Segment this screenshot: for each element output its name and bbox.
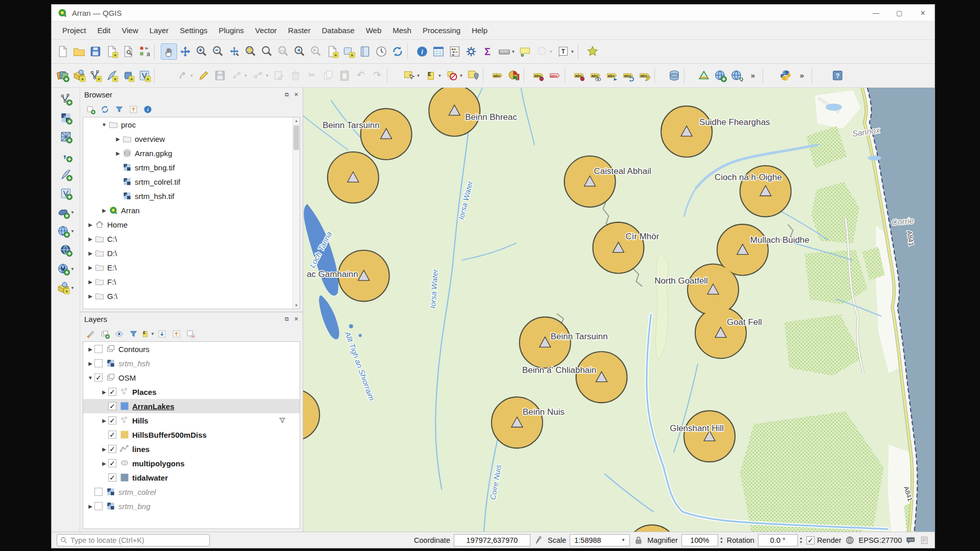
- layer-item-places[interactable]: ▶✓Places: [83, 385, 300, 399]
- zoom-in-button[interactable]: [193, 43, 210, 60]
- new-print-layout-button[interactable]: [104, 43, 120, 60]
- layer-checkbox[interactable]: ✓: [108, 388, 116, 396]
- add-vector-tile-layer-button[interactable]: ▼: [55, 261, 77, 277]
- browser-item-e-[interactable]: ▶E:\: [83, 260, 300, 274]
- open-attribute-table-button[interactable]: [430, 43, 447, 60]
- collapse-all-browser-button[interactable]: [127, 103, 139, 115]
- refresh-map-button[interactable]: [389, 43, 406, 60]
- zoom-native-button[interactable]: 1:1: [275, 43, 291, 60]
- browser-item-srtm-colrel-tif[interactable]: srtm_colrel.tif: [83, 174, 300, 189]
- expand-arrow-icon[interactable]: ▶: [100, 208, 108, 213]
- copy-features-button[interactable]: [320, 67, 336, 84]
- db-manager-button[interactable]: [666, 67, 682, 84]
- layer-item-srtm-hsh[interactable]: ▶srtm_hsh: [83, 356, 300, 370]
- browser-item-c-[interactable]: ▶C:\: [83, 232, 300, 246]
- coordinate-input[interactable]: 197972,637970: [454, 534, 530, 546]
- move-label-button[interactable]: abc: [604, 67, 620, 84]
- layer-diagram-options-button[interactable]: [506, 67, 522, 84]
- new-map-view-button[interactable]: [324, 43, 340, 60]
- layer-checkbox[interactable]: [94, 345, 103, 353]
- expand-arrow-icon[interactable]: ▶: [86, 504, 94, 509]
- close-button[interactable]: ✕: [911, 5, 935, 21]
- scale-combobox[interactable]: 1:58988 ▼: [570, 534, 630, 546]
- current-edits-button[interactable]: ▼: [174, 67, 195, 84]
- pin-unpin-labels-button[interactable]: abc: [571, 67, 587, 84]
- collapse-all-layers-button[interactable]: [170, 328, 182, 340]
- open-layer-styling-button[interactable]: [84, 328, 96, 340]
- cut-features-button[interactable]: ✂: [304, 67, 320, 84]
- menu-help[interactable]: Help: [466, 23, 493, 38]
- layer-item-srtm-bng[interactable]: ▶srtm_bng: [83, 499, 300, 513]
- metasearch-button[interactable]: [696, 67, 712, 84]
- statistical-summary-button[interactable]: Σ: [479, 43, 496, 60]
- add-raster-layer-button[interactable]: [58, 110, 74, 126]
- layer-labeling-options-button[interactable]: abc: [489, 67, 506, 84]
- plugin-favorites-button[interactable]: [584, 43, 601, 60]
- layer-item-arranlakes[interactable]: ✓ArranLakes: [83, 399, 300, 413]
- log-messages-icon[interactable]: [919, 535, 929, 545]
- browser-item-home[interactable]: ▶Home: [83, 217, 300, 232]
- render-checkbox[interactable]: ✓ Render: [806, 536, 842, 544]
- new-mesh-layer-button[interactable]: [120, 67, 136, 84]
- maximize-button[interactable]: ▢: [888, 5, 911, 21]
- add-selected-layers-button[interactable]: [84, 103, 96, 115]
- new-3d-map-view-button[interactable]: [340, 43, 357, 60]
- layer-checkbox[interactable]: ✓: [108, 402, 116, 410]
- open-project-button[interactable]: [71, 43, 87, 60]
- layer-checkbox[interactable]: [94, 488, 103, 496]
- toolbar-overflow-2-button[interactable]: »: [794, 67, 810, 84]
- layer-item-contours[interactable]: ▶Contours: [83, 342, 300, 356]
- filter-legend-button[interactable]: [127, 328, 139, 340]
- text-annotation-button[interactable]: T▼: [555, 43, 576, 60]
- menu-mesh[interactable]: Mesh: [387, 23, 417, 38]
- menu-raster[interactable]: Raster: [282, 23, 316, 38]
- expand-arrow-icon[interactable]: ▶: [114, 151, 122, 156]
- expand-arrow-icon[interactable]: ▶: [86, 293, 94, 299]
- paste-features-button[interactable]: [336, 67, 353, 84]
- data-source-manager-button[interactable]: [55, 67, 71, 84]
- layer-checkbox[interactable]: [94, 359, 103, 367]
- zoom-full-button[interactable]: [226, 43, 242, 60]
- expand-arrow-icon[interactable]: ▶: [100, 446, 108, 452]
- scroll-thumb[interactable]: [293, 126, 299, 150]
- select-by-expression-button[interactable]: ε▼: [422, 67, 444, 84]
- show-bookmarks-button[interactable]: [357, 43, 373, 60]
- browser-properties-button[interactable]: i: [141, 103, 154, 115]
- add-xyz-layer-button[interactable]: ▼: [55, 280, 77, 296]
- field-calculator-button[interactable]: [447, 43, 463, 60]
- filter-by-expression-button[interactable]: ε▼: [141, 328, 154, 340]
- deselect-all-button[interactable]: ▼: [444, 67, 465, 84]
- layer-item-srtm-colrel[interactable]: srtm_colrel: [83, 485, 300, 499]
- zoom-next-button[interactable]: [308, 43, 324, 60]
- menu-processing[interactable]: Processing: [417, 23, 466, 38]
- expand-arrow-icon[interactable]: ▶: [86, 236, 94, 242]
- scroll-up-icon[interactable]: ▲: [293, 117, 300, 124]
- change-label-button[interactable]: abc: [636, 67, 653, 84]
- temporal-controller-button[interactable]: [373, 43, 389, 60]
- menu-web[interactable]: Web: [360, 23, 387, 38]
- layer-checkbox[interactable]: ✓: [108, 473, 116, 482]
- layer-item-multipolygons[interactable]: ▶✓multipolygons: [83, 456, 300, 470]
- expand-arrow-icon[interactable]: ▶: [100, 389, 108, 395]
- layer-checkbox[interactable]: ✓: [108, 445, 116, 453]
- measure-button[interactable]: ▼: [496, 43, 517, 60]
- expand-arrow-icon[interactable]: ▶: [114, 136, 122, 142]
- pin-labels-button[interactable]: abc: [530, 67, 547, 84]
- menu-view[interactable]: View: [116, 23, 144, 38]
- new-virtual-layer-button[interactable]: [136, 67, 153, 84]
- select-features-button[interactable]: ▼: [401, 67, 422, 84]
- modify-attributes-button[interactable]: [271, 67, 287, 84]
- save-layer-edits-button[interactable]: [212, 67, 228, 84]
- lock-scale-icon[interactable]: [633, 535, 644, 545]
- add-vector-layer-button[interactable]: [58, 91, 74, 107]
- browser-item-proc[interactable]: ▼proc: [83, 117, 300, 132]
- expand-arrow-icon[interactable]: ▶: [86, 251, 94, 256]
- map-canvas[interactable]: Iorsa WaterIorsa WaterLoch TannaAllt Tig…: [303, 88, 935, 532]
- menu-settings[interactable]: Settings: [174, 23, 213, 38]
- add-wfs-layer-button[interactable]: [58, 242, 74, 258]
- expand-arrow-icon[interactable]: ▶: [100, 461, 108, 466]
- rotation-input[interactable]: 0.0 °: [758, 534, 798, 546]
- magnifier-spinner[interactable]: ▲▼: [720, 536, 723, 544]
- new-annotation-button[interactable]: ▼: [533, 43, 555, 60]
- menu-edit[interactable]: Edit: [92, 23, 116, 38]
